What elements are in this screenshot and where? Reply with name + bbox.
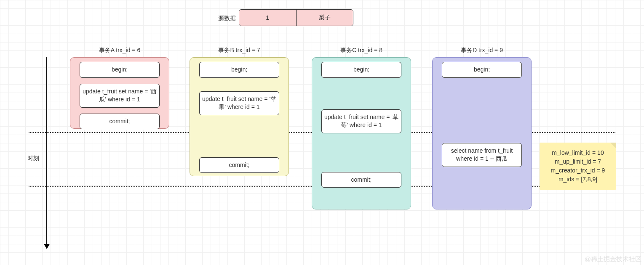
trx-a-update: update t_fruit set name = '西瓜' where id … xyxy=(80,84,160,108)
trx-b-update: update t_fruit set name = '苹果' where id … xyxy=(199,91,279,115)
watermark: @稀土掘金技术社区 xyxy=(585,255,641,263)
timeline-arrow-line xyxy=(46,57,47,246)
note-line-2: m_up_limit_id = 7 xyxy=(544,157,612,166)
note-line-1: m_low_limit_id = 10 xyxy=(544,148,612,157)
trx-d-select: select name from t_fruit where id = 1 --… xyxy=(442,143,522,167)
note-line-4: m_ids = [7,8,9] xyxy=(544,175,612,184)
source-cell-name: 梨子 xyxy=(296,10,353,26)
source-data-label: 源数据 xyxy=(206,15,236,22)
transaction-a-title: 事务A trx_id = 6 xyxy=(70,47,169,54)
source-cell-id: 1 xyxy=(239,10,296,26)
transaction-b-box: 事务B trx_id = 7 begin; update t_fruit set… xyxy=(190,57,289,176)
source-data-row: 1 梨子 xyxy=(239,9,353,26)
timeline-arrow-head-icon xyxy=(44,244,50,249)
trx-b-begin: begin; xyxy=(199,62,279,78)
trx-a-commit: commit; xyxy=(80,114,160,130)
transaction-a-box: 事务A trx_id = 6 begin; update t_fruit set… xyxy=(70,57,169,129)
transaction-c-box: 事务C trx_id = 8 begin; update t_fruit set… xyxy=(312,57,411,209)
transaction-d-title: 事务D trx_id = 9 xyxy=(433,47,531,54)
transaction-c-title: 事务C trx_id = 8 xyxy=(312,47,411,54)
trx-a-begin: begin; xyxy=(80,62,160,78)
transaction-d-box: 事务D trx_id = 9 begin; select name from t… xyxy=(432,57,532,209)
transaction-b-title: 事务B trx_id = 7 xyxy=(190,47,289,54)
readview-note: m_low_limit_id = 10 m_up_limit_id = 7 m_… xyxy=(540,143,616,190)
trx-b-commit: commit; xyxy=(199,157,279,173)
note-line-3: m_creator_trx_id = 9 xyxy=(544,166,612,175)
trx-c-update: update t_fruit set name = '草莓' where id … xyxy=(321,109,401,133)
timeline-label: 时刻 xyxy=(27,155,39,162)
trx-d-begin: begin; xyxy=(442,62,522,78)
trx-c-commit: commit; xyxy=(321,172,401,188)
trx-c-begin: begin; xyxy=(321,62,401,78)
